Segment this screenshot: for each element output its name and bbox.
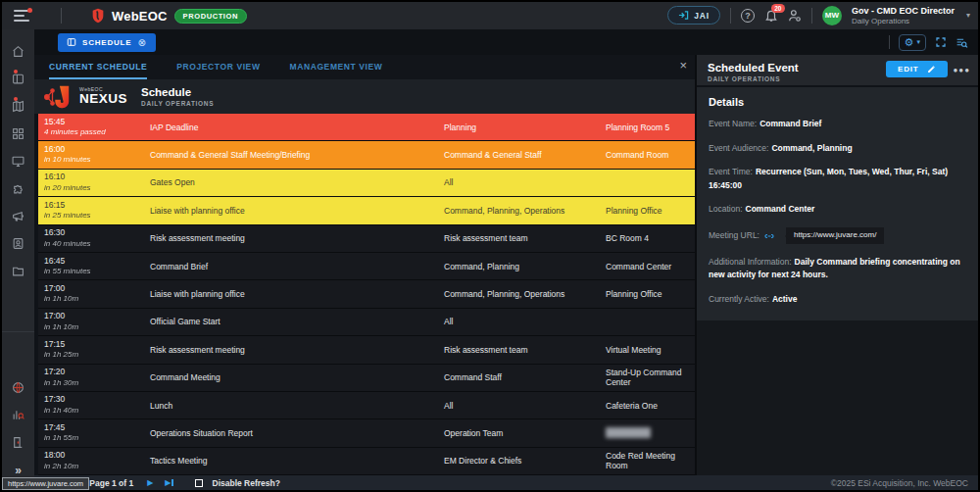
schedule-row[interactable]: 15:454 minutes passedIAP DeadlinePlannin… bbox=[38, 114, 695, 141]
row-audience: All bbox=[444, 170, 606, 196]
row-event: Tactics Meeting bbox=[150, 448, 444, 474]
last-page-button[interactable]: ▶ bbox=[165, 478, 172, 487]
row-relative-time: 4 minutes passed bbox=[44, 127, 150, 138]
row-location bbox=[606, 419, 695, 446]
environment-badge: PRODUCTION bbox=[174, 9, 247, 24]
schedule-row[interactable]: 17:15in 1h 25mRisk assessment meetingRis… bbox=[38, 336, 695, 364]
row-event: Lunch bbox=[150, 392, 444, 418]
row-relative-time: in 1h 25m bbox=[44, 350, 150, 361]
detail-value: Recurrence (Sun, Mon, Tues, Wed, Thur, F… bbox=[709, 167, 948, 189]
brand: WebEOC PRODUCTION bbox=[91, 8, 247, 24]
close-board-chip-icon[interactable]: ⊗ bbox=[137, 37, 146, 48]
schedule-row[interactable]: 18:00in 2h 10mTactics MeetingEM Director… bbox=[38, 448, 695, 475]
chevron-down-icon: ▾ bbox=[916, 38, 920, 46]
board-settings-dropdown[interactable]: ⚙▾ bbox=[899, 34, 926, 51]
global-icon[interactable] bbox=[2, 377, 34, 398]
panel-subtitle: DAILY OPERATIONS bbox=[708, 75, 799, 83]
edit-button[interactable]: EDIT bbox=[886, 61, 947, 77]
sign-out-icon[interactable] bbox=[2, 432, 34, 453]
sidebar-top-group bbox=[12, 41, 24, 288]
schedule-row[interactable]: 16:30in 40 minutesRisk assessment meetin… bbox=[38, 225, 695, 253]
user-menu[interactable]: Gov - CMD EOC Director Daily Operations bbox=[852, 6, 955, 25]
jai-logo-icon bbox=[678, 10, 689, 21]
disable-refresh-label: Disable Refresh? bbox=[213, 478, 280, 488]
row-location bbox=[606, 170, 695, 196]
row-relative-time: in 55 minutes bbox=[44, 267, 150, 277]
plugins-icon[interactable] bbox=[12, 178, 24, 199]
row-audience: All bbox=[444, 309, 606, 335]
user-admin-icon[interactable] bbox=[788, 9, 802, 23]
files-icon[interactable] bbox=[12, 261, 24, 281]
more-options-icon[interactable]: ●●● bbox=[954, 66, 971, 74]
divider bbox=[889, 35, 890, 49]
schedule-row[interactable]: 16:00in 10 minutesCommand & General Staf… bbox=[38, 141, 695, 169]
schedule-row[interactable]: 16:15in 25 minutesLiaise with planning o… bbox=[38, 197, 695, 224]
main-menu-icon[interactable] bbox=[14, 10, 29, 22]
user-menu-caret-icon[interactable]: ▾ bbox=[966, 11, 970, 20]
top-bar: WebEOC PRODUCTION JAI ? 20 MW bbox=[2, 2, 978, 29]
divider bbox=[61, 8, 62, 24]
row-location: Cafeteria One bbox=[606, 392, 695, 418]
footer-bar: ◀ ◀ Page 1 of 1 ▶ ▶ Disable Refresh? ©20… bbox=[34, 475, 978, 490]
row-relative-time: in 1h 30m bbox=[44, 378, 150, 389]
broadcast-icon[interactable] bbox=[12, 206, 24, 226]
search-analytics-icon[interactable] bbox=[2, 405, 34, 425]
tab-management-view[interactable]: MANAGEMENT VIEW bbox=[290, 55, 383, 79]
schedule-board-chip[interactable]: SCHEDULE ⊗ bbox=[58, 33, 156, 52]
help-icon[interactable]: ? bbox=[741, 9, 755, 23]
meeting-url-link[interactable]: https://www.juvare.com/ bbox=[794, 229, 876, 241]
schedule-row[interactable]: 17:00in 1h 10mOfficial Game StartAll bbox=[38, 309, 695, 336]
row-audience: Risk assessment team bbox=[444, 336, 606, 363]
notifications-bell-icon[interactable]: 20 bbox=[764, 9, 778, 23]
apps-grid-icon[interactable] bbox=[12, 123, 24, 144]
jai-button[interactable]: JAI bbox=[667, 6, 720, 25]
row-location: Command Center bbox=[606, 253, 695, 279]
board-header: WebEOC NEXUS Schedule DAILY OPERATIONS bbox=[34, 79, 695, 114]
app-title: WebEOC bbox=[112, 9, 168, 24]
row-event: Gates Open bbox=[150, 170, 444, 196]
avatar[interactable]: MW bbox=[822, 6, 842, 25]
disable-refresh-checkbox[interactable] bbox=[195, 479, 203, 487]
home-icon[interactable] bbox=[12, 41, 24, 62]
alert-dot bbox=[14, 97, 18, 101]
row-relative-time: in 1h 10m bbox=[44, 294, 150, 305]
schedule-row[interactable]: 17:00in 1h 10mLiaise with planning offic… bbox=[38, 280, 695, 308]
row-location: Virtual Meeting bbox=[606, 336, 695, 363]
map-icon[interactable] bbox=[12, 96, 24, 117]
sidebar-bottom-group: » bbox=[2, 331, 34, 487]
row-location: BC Room 4 bbox=[606, 225, 695, 252]
schedule-row[interactable]: 16:45in 55 minutesCommand BriefCommand, … bbox=[38, 253, 695, 280]
detail-field: Event Name:Command Brief bbox=[709, 118, 966, 130]
display-icon[interactable] bbox=[12, 151, 24, 172]
row-event: IAP Deadline bbox=[150, 114, 444, 140]
contacts-icon[interactable] bbox=[12, 233, 24, 254]
row-time: 17:20 bbox=[44, 367, 150, 377]
schedule-row[interactable]: 17:45in 1h 55mOperations Situation Repor… bbox=[38, 419, 695, 447]
next-page-button[interactable]: ▶ bbox=[147, 478, 153, 487]
detail-value: Command Brief bbox=[760, 119, 821, 128]
schedule-row[interactable]: 17:20in 1h 30mCommand MeetingCommand Sta… bbox=[38, 365, 695, 392]
fullscreen-icon[interactable] bbox=[935, 36, 947, 48]
copyright-text: ©2025 ESi Acquisition, Inc. WebEOC bbox=[831, 478, 968, 488]
close-view-icon[interactable]: × bbox=[679, 59, 687, 72]
row-audience: Command, Planning, Operations bbox=[444, 197, 606, 223]
schedule-row[interactable]: 17:30in 1h 40mLunchAllCafeteria One bbox=[38, 392, 695, 419]
panel-empty-area bbox=[697, 320, 978, 475]
tab-projector-view[interactable]: PROJECTOR VIEW bbox=[176, 55, 260, 79]
row-relative-time: in 1h 55m bbox=[44, 433, 150, 444]
row-location: Command Room bbox=[606, 141, 695, 168]
row-audience: Command, Planning, Operations bbox=[444, 280, 606, 307]
details-heading: Details bbox=[709, 96, 966, 108]
row-event: Risk assessment meeting bbox=[150, 336, 444, 363]
schedule-row[interactable]: 16:10in 20 minutesGates OpenAll bbox=[38, 170, 695, 197]
search-list-icon[interactable] bbox=[956, 36, 968, 49]
detail-field: Location:Command Center bbox=[709, 203, 966, 216]
row-relative-time: in 1h 10m bbox=[44, 322, 150, 333]
divider bbox=[811, 8, 812, 24]
tab-current-schedule[interactable]: CURRENT SCHEDULE bbox=[49, 55, 147, 79]
logo-nexus-label: NEXUS bbox=[79, 92, 127, 106]
board-title: Schedule bbox=[141, 85, 214, 99]
boards-icon[interactable] bbox=[12, 69, 24, 89]
row-location: Stand-Up Command Center bbox=[606, 365, 695, 391]
row-relative-time: in 40 minutes bbox=[44, 239, 150, 250]
